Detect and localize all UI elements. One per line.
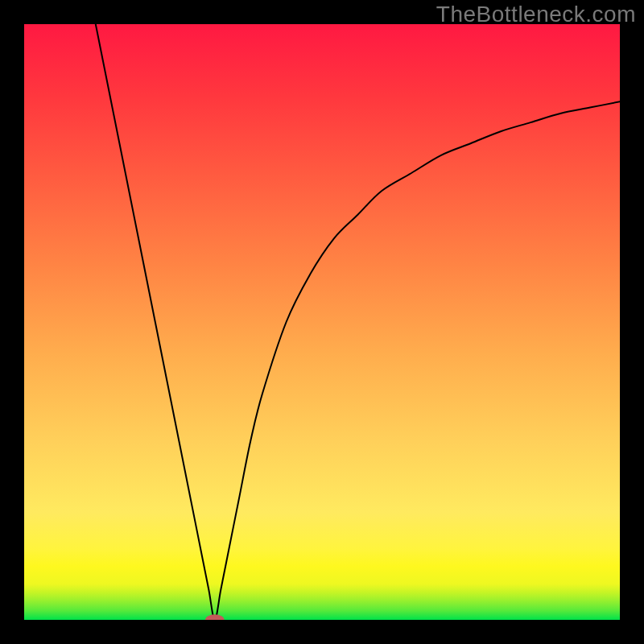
chart-frame: TheBottleneck.com: [0, 0, 644, 644]
bottleneck-chart: [24, 24, 620, 620]
